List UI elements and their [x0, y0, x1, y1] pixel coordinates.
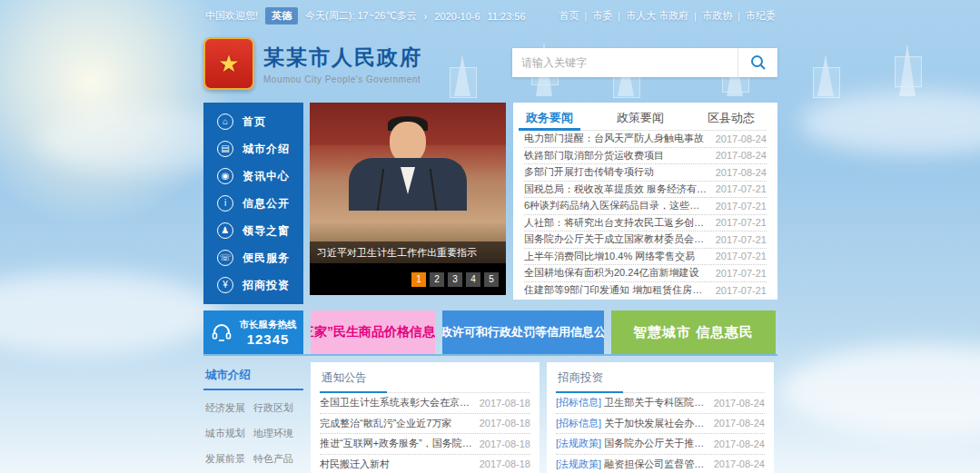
search-box: [512, 48, 777, 77]
bottom-row: 城市介绍 经济发展 行政区划 城市规划 地理环境 发展前景 特色产品 便民服务 …: [203, 362, 777, 473]
credit-info-banner[interactable]: 行政许可和行政处罚等信用信息公示: [442, 310, 604, 354]
investment-item[interactable]: [招标信息]卫生部关于专科医院设置审批管理有关规定的通知 2017-08-24: [556, 393, 765, 414]
investment-item[interactable]: [法规政策]融资担保公司监督管理条例 2017-08-24: [556, 455, 765, 473]
news-item[interactable]: 6种谈判药品纳入医保药品目录，这些细节你 2017-07-21: [524, 198, 767, 215]
news-date: 2017-07-21: [716, 285, 767, 296]
news-carousel[interactable]: 习近平对卫生计生工作作出重要指示 1 2 3 4 5: [310, 103, 506, 295]
item-text: 国务院办公厅关于推进农业水价 综合改革的意见: [604, 438, 708, 448]
tab-policy-news[interactable]: 政策要闻: [615, 103, 666, 130]
news-date: 2017-07-21: [716, 183, 767, 194]
news-list: 电力部门提醒：台风天严防人身触电事故 2017-08-24 铁路部门取消部分货运…: [524, 131, 767, 299]
topbar-link-party[interactable]: 市委: [592, 9, 612, 23]
search-input[interactable]: [512, 48, 737, 77]
news-item[interactable]: 多部门开展打击传销专项行动 2017-08-24: [524, 164, 767, 182]
carousel-page-1[interactable]: 1: [411, 272, 426, 287]
investment-title: [招标信息]卫生部关于专科医院设置审批管理有关规定的通知: [556, 396, 708, 409]
news-title: 国务院办公厅关于成立国家教材委员会的通知: [524, 232, 708, 246]
site-title-block: 某某市人民政府 Moumou City People's Government: [263, 44, 422, 84]
sidebar-item-city-intro[interactable]: ▤ 城市介绍: [203, 135, 303, 163]
link-planning[interactable]: 城市规划: [205, 427, 253, 440]
news-item[interactable]: 国务院办公厅关于成立国家教材委员会的通知 2017-07-21: [524, 232, 767, 249]
news-title: 上半年消费同比增10.4% 网络零售交易: [524, 250, 695, 263]
sidebar-item-news-center[interactable]: ◉ 资讯中心: [203, 163, 303, 190]
topbar-link-congress-gov[interactable]: 市人大 市政府: [626, 9, 688, 23]
topbar-link-discipline[interactable]: 市纪委: [746, 9, 776, 23]
news-title: 住建部等9部门印发通知 增加租赁住房有效: [524, 283, 708, 297]
news-item[interactable]: 国税总局：税收改革提质效 服务经济有实招 2017-07-21: [524, 182, 767, 199]
price-info-banner[interactable]: 北三家”民生商品价格信息: [311, 310, 435, 354]
sidebar-item-label: 信息公开: [243, 196, 290, 212]
news-item[interactable]: 电力部门提醒：台风天严防人身触电事故 2017-08-24: [524, 131, 767, 148]
news-date: 2017-08-24: [716, 167, 767, 178]
sidebar-item-investment[interactable]: ¥ 招商投资: [203, 271, 303, 299]
carousel-page-4[interactable]: 4: [466, 272, 480, 287]
divider: |: [618, 11, 620, 22]
site-title: 某某市人民政府: [263, 44, 422, 72]
item-text: 融资担保公司监督管理条例: [604, 458, 708, 469]
news-item[interactable]: 全国耕地保有面积为20.24亿亩新增建设 2017-07-21: [524, 265, 767, 282]
notice-item[interactable]: 村民搬迁入新村 2017-08-18: [320, 455, 530, 473]
investment-date: 2017-08-24: [714, 439, 765, 449]
smart-city-banner[interactable]: 智慧城市 信息惠民: [611, 310, 776, 354]
broadcast-icon: ◉: [217, 168, 233, 184]
investment-heading: 招商投资: [556, 362, 765, 393]
tab-government-news[interactable]: 政务要闻: [524, 103, 575, 130]
carousel-page-5[interactable]: 5: [484, 272, 499, 287]
item-tag: [招标信息]: [556, 418, 601, 429]
site-header: ★ 某某市人民政府 Moumou City People's Governmen…: [203, 30, 777, 101]
speaker-figure: [349, 123, 467, 211]
topbar-link-home[interactable]: 首页: [559, 9, 579, 23]
notice-item[interactable]: 推进“互联网+政务服务”，国务院这些举措便利你我生活方方 2017-08-18: [320, 434, 530, 455]
topbar-link-cppcc[interactable]: 市政协: [702, 9, 732, 23]
weather-arrow-icon[interactable]: ›: [424, 11, 428, 22]
link-prospects[interactable]: 发展前景: [205, 452, 253, 466]
welcome-text: 中国欢迎您!: [205, 9, 258, 23]
carousel-page-2[interactable]: 2: [430, 272, 444, 287]
investment-item[interactable]: [法规政策]国务院办公厅关于推进农业水价 综合改革的意见 2017-08-24: [556, 434, 765, 455]
news-title: 铁路部门取消部分货运收费项目: [524, 149, 664, 163]
service-icon: ☏: [217, 250, 233, 266]
carousel-page-3[interactable]: 3: [448, 272, 462, 287]
topbar-left: 中国欢迎您! 英德 今天(周二): 17~26℃多云 › 2020-10-6 1…: [205, 7, 526, 25]
site-subtitle: Moumou City People's Government: [263, 74, 422, 84]
emblem-star: ★: [218, 52, 239, 75]
notice-title: 完成整治“散乱污”企业近7万家: [320, 417, 451, 430]
news-tabs: 政务要闻 政策要闻 区县动态: [524, 103, 767, 131]
search-button[interactable]: [737, 48, 777, 77]
news-item[interactable]: 住建部等9部门印发通知 增加租赁住房有效 2017-07-21: [524, 282, 767, 300]
divider: |: [585, 11, 588, 22]
city-intro-links: 经济发展 行政区划 城市规划 地理环境 发展前景 特色产品: [203, 390, 303, 473]
sidebar-item-info-disclosure[interactable]: i 信息公开: [203, 190, 303, 217]
link-geography[interactable]: 地理环境: [253, 427, 302, 440]
search-icon: [750, 54, 767, 71]
hotline-texts: 市长服务热线 12345: [240, 319, 297, 347]
sun-glow: [0, 0, 236, 227]
news-item[interactable]: 铁路部门取消部分货运收费项目 2017-08-24: [524, 148, 767, 165]
news-title: 国税总局：税收改革提质效 服务经济有实招: [524, 182, 708, 196]
investment-title: [法规政策]融资担保公司监督管理条例: [556, 458, 708, 471]
national-emblem-icon: ★: [203, 37, 254, 90]
mayor-hotline-button[interactable]: 市长服务热线 12345: [203, 310, 303, 354]
sidebar-item-label: 领导之窗: [243, 223, 290, 239]
link-economy[interactable]: 经济发展: [205, 401, 253, 415]
notice-item[interactable]: 全国卫生计生系统表彰大会在京召开 2017-08-18: [320, 393, 530, 414]
carousel-pagination: 1 2 3 4 5: [310, 263, 506, 295]
sidebar-item-label: 首页: [243, 114, 266, 130]
weather-text: 今天(周二): 17~26℃多云: [305, 9, 417, 23]
sidebar-item-leaders[interactable]: ♟ 领导之窗: [203, 217, 303, 244]
link-products[interactable]: 特色产品: [253, 452, 302, 466]
building-icon: ▤: [217, 141, 233, 157]
link-districts[interactable]: 行政区划: [253, 401, 302, 415]
city-badge[interactable]: 英德: [265, 7, 298, 25]
tab-district-news[interactable]: 区县动态: [706, 103, 757, 130]
notice-item[interactable]: 完成整治“散乱污”企业近7万家 2017-08-18: [320, 414, 530, 435]
news-item[interactable]: 人社部：将研究出台支持农民工返乡创业的新 2017-07-21: [524, 215, 767, 232]
sidebar-item-services[interactable]: ☏ 便民服务: [203, 244, 303, 271]
news-item[interactable]: 上半年消费同比增10.4% 网络零售交易 2017-07-21: [524, 249, 767, 266]
notice-date: 2017-08-18: [480, 398, 530, 409]
sidebar-nav: ⌂ 首页 ▤ 城市介绍 ◉ 资讯中心 i 信息公开 ♟ 领导之窗 ☏ 便民服务: [203, 103, 303, 304]
item-text: 卫生部关于专科医院设置审批管理有关规定的通知: [604, 397, 708, 408]
sidebar-item-home[interactable]: ⌂ 首页: [203, 108, 303, 135]
investment-panel: 招商投资 [招标信息]卫生部关于专科医院设置审批管理有关规定的通知 2017-0…: [547, 362, 774, 473]
investment-item[interactable]: [招标信息]关于加快发展社会办医的若干意见 2017-08-24: [556, 414, 765, 435]
